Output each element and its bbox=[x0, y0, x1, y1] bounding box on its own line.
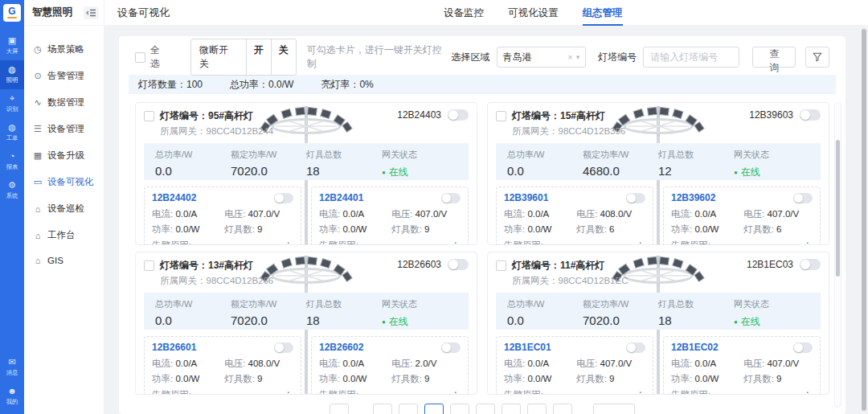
kebab-menu-icon[interactable]: ⋮ bbox=[284, 241, 293, 246]
pagination-page-button[interactable] bbox=[450, 404, 469, 414]
message-icon: ✉ bbox=[8, 357, 15, 367]
left-icon-rail: G ▣ 大屏 ◍ 照明 ⌖ 识别 ◍ 工单 ◔ 报表 ⚙ 系统 ✉ 消息 ☻ 我… bbox=[0, 0, 24, 414]
sidebar-item-数据管理[interactable]: ∿ 数据管理 bbox=[24, 89, 104, 116]
sidebar-item-设备巡检[interactable]: ⌂ 设备巡检 bbox=[24, 195, 104, 222]
kv-current: 电流: 0.0/A bbox=[152, 358, 224, 370]
sidebar-item-设备可视化[interactable]: ▭ 设备可视化 bbox=[24, 169, 104, 195]
breaker-on-button[interactable]: 开 bbox=[246, 39, 271, 75]
kebab-menu-icon[interactable]: ⋮ bbox=[803, 241, 813, 246]
branch-switch-toggle[interactable] bbox=[274, 193, 293, 203]
rail-item-系统[interactable]: ⚙ 系统 bbox=[0, 176, 24, 205]
branch-switch-toggle[interactable] bbox=[274, 342, 293, 353]
kebab-menu-icon[interactable]: ⋮ bbox=[451, 241, 461, 246]
pagination-page-button[interactable] bbox=[476, 404, 495, 414]
rail-item-我的[interactable]: ☻ 我的 bbox=[0, 382, 24, 411]
branch-switch-toggle[interactable] bbox=[793, 193, 813, 203]
filter-button[interactable] bbox=[805, 47, 829, 68]
kebab-menu-icon[interactable]: ⋮ bbox=[451, 391, 461, 396]
card-checkbox[interactable] bbox=[496, 260, 506, 271]
branch-id-link[interactable]: 12B26602 bbox=[319, 342, 363, 353]
tower-switch-toggle[interactable] bbox=[800, 259, 821, 270]
kebab-menu-icon[interactable]: ⋮ bbox=[636, 241, 645, 246]
rail-item-照明[interactable]: ◍ 照明 bbox=[0, 60, 24, 89]
tower-no-value: 15#高杆灯 bbox=[560, 110, 605, 121]
cards-scrollbar[interactable] bbox=[834, 102, 841, 408]
card-checkbox[interactable] bbox=[496, 111, 506, 121]
branch-card: 12B24402 电流: 0.0/A 电压: 407.0/V 功率: 0.0/W… bbox=[144, 187, 301, 245]
sidebar-item-场景策略[interactable]: ◷ 场景策略 bbox=[24, 36, 104, 63]
alarm-label: 告警原因: bbox=[671, 240, 710, 245]
kebab-menu-icon[interactable]: ⋮ bbox=[803, 391, 813, 396]
rail-item-label: 消息 bbox=[6, 368, 18, 376]
branch-switch-toggle[interactable] bbox=[793, 342, 813, 353]
branch-switch-toggle[interactable] bbox=[626, 193, 645, 203]
branch-id-link[interactable]: 12B24401 bbox=[319, 192, 363, 203]
pagination-page-button[interactable] bbox=[527, 404, 547, 414]
tower-no-line: 灯塔编号：95#高杆灯 bbox=[160, 109, 273, 123]
rail-item-工单[interactable]: ◍ 工单 bbox=[0, 118, 24, 147]
current-label: 电流: bbox=[319, 209, 340, 219]
card-checkbox[interactable] bbox=[144, 111, 154, 121]
online-status-text: 在线 bbox=[741, 315, 760, 329]
branch-id-link[interactable]: 12B39602 bbox=[671, 192, 715, 203]
cards-scrollbar-thumb[interactable] bbox=[836, 140, 840, 277]
content-panel: 全选 微断开关 开 关 可勾选卡片，进行一键开关灯控制 选择区域 青岛港 × ▾ bbox=[119, 36, 845, 414]
tower-switch-toggle[interactable] bbox=[800, 109, 821, 121]
online-status-badge: ●在线 bbox=[734, 315, 809, 329]
branch-id-link[interactable]: 12B39601 bbox=[504, 192, 548, 203]
pagination-page-button[interactable] bbox=[373, 404, 392, 414]
select-all-checkbox[interactable] bbox=[135, 52, 145, 63]
voltage-label: 电压: bbox=[391, 359, 412, 368]
power-value: 0.0/W bbox=[175, 224, 199, 234]
branch-switch-toggle[interactable] bbox=[441, 193, 461, 203]
branch-switch-toggle[interactable] bbox=[626, 342, 645, 353]
kv-power: 功率: 0.0/W bbox=[504, 223, 576, 236]
sidebar-collapse-button[interactable] bbox=[84, 6, 99, 19]
sidebar-item-GIS[interactable]: ⌂ GIS bbox=[24, 248, 104, 273]
tower-switch-toggle[interactable] bbox=[448, 109, 469, 121]
tab-组态管理[interactable]: 组态管理 bbox=[581, 0, 624, 26]
kebab-menu-icon[interactable]: ⋮ bbox=[636, 391, 645, 396]
clear-icon[interactable]: × bbox=[567, 52, 572, 62]
branch-switch-toggle[interactable] bbox=[441, 342, 461, 353]
gateway-value: 98CC4D12B244 bbox=[207, 126, 274, 136]
rail-item-报表[interactable]: ◔ 报表 bbox=[0, 147, 24, 176]
sidebar-item-工作台[interactable]: ⌂ 工作台 bbox=[24, 222, 104, 248]
page-scrollbar-thumb[interactable] bbox=[862, 29, 866, 411]
pagination-page-button[interactable] bbox=[502, 404, 521, 414]
card-checkbox[interactable] bbox=[144, 260, 154, 271]
pagination-page-button[interactable] bbox=[424, 404, 444, 414]
alarm-label: 告警原因: bbox=[504, 389, 543, 395]
kebab-menu-icon[interactable]: ⋮ bbox=[284, 391, 293, 396]
breaker-off-button[interactable]: 关 bbox=[271, 39, 296, 75]
card-stats-band: 总功率/W 0.0 额定功率/W 7020.0 灯具总数 18 网关状态 ●在线 bbox=[144, 293, 469, 330]
sidebar-item-设备管理[interactable]: ☰ 设备管理 bbox=[24, 116, 104, 142]
alarm-label: 告警原因: bbox=[504, 240, 543, 245]
tab-设备监控[interactable]: 设备监控 bbox=[442, 0, 485, 26]
tower-no-input[interactable] bbox=[643, 47, 739, 68]
branch-id-link[interactable]: 12B1EC01 bbox=[504, 342, 551, 353]
workorder-icon: ◍ bbox=[8, 122, 16, 133]
rail-item-消息[interactable]: ✉ 消息 bbox=[0, 353, 24, 382]
pagination-prev-button[interactable] bbox=[330, 404, 349, 414]
branch-id-link[interactable]: 12B26601 bbox=[152, 342, 196, 353]
tab-可视化设置[interactable]: 可视化设置 bbox=[506, 0, 560, 26]
page-scrollbar[interactable] bbox=[861, 26, 868, 414]
region-select[interactable]: 青岛港 × ▾ bbox=[497, 47, 587, 68]
rail-item-大屏[interactable]: ▣ 大屏 bbox=[0, 31, 24, 60]
sidebar-item-告警管理[interactable]: ⊙ 告警管理 bbox=[24, 63, 104, 89]
branch-id-link[interactable]: 12B1EC02 bbox=[671, 342, 719, 353]
pagination-page-button[interactable] bbox=[399, 404, 418, 414]
app-title: 智慧照明 bbox=[32, 6, 72, 19]
branch-id-link[interactable]: 12B24402 bbox=[152, 192, 196, 203]
lamps-label: 灯具数: bbox=[224, 374, 255, 383]
lighting-rate-label: 亮灯率： bbox=[321, 79, 359, 90]
query-button[interactable]: 查询 bbox=[752, 47, 796, 68]
tower-switch-toggle[interactable] bbox=[448, 259, 469, 270]
voltage-value: 2.0/V bbox=[416, 359, 437, 368]
pagination-page-button[interactable] bbox=[553, 404, 572, 414]
rail-item-识别[interactable]: ⌖ 识别 bbox=[0, 89, 24, 118]
logo-letter: G bbox=[8, 7, 15, 16]
pagination-size-box[interactable] bbox=[593, 404, 635, 414]
sidebar-item-设备升级[interactable]: ▦ 设备升级 bbox=[24, 142, 104, 169]
